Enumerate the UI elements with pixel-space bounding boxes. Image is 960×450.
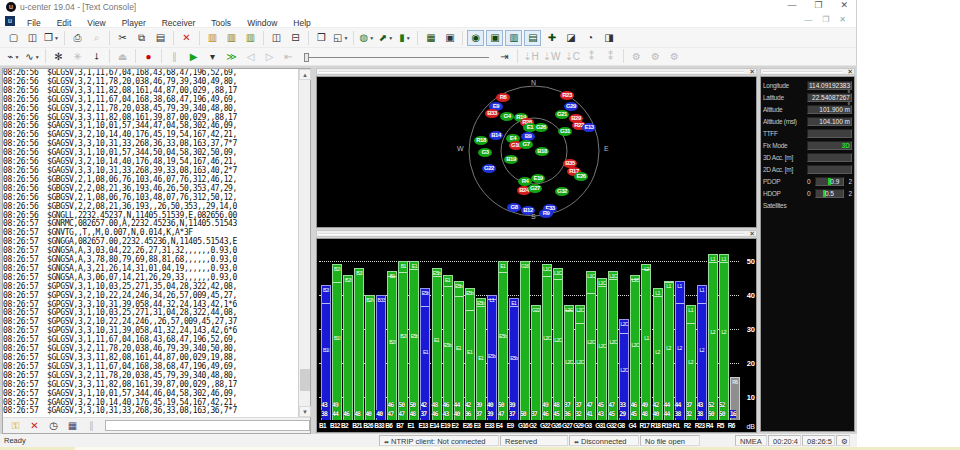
save-button[interactable]: ◫ bbox=[24, 30, 41, 46]
print-button[interactable]: ⎙ bbox=[69, 30, 86, 46]
sat-id-label: B12 bbox=[330, 422, 340, 429]
hotkey-button[interactable]: ✳ bbox=[69, 49, 86, 65]
dropdown-arrow-icon[interactable]: ▼ bbox=[35, 54, 40, 60]
timestamp-button[interactable]: ◷ bbox=[45, 418, 62, 434]
cut-button[interactable]: ✂ bbox=[114, 30, 131, 46]
child-restore-button[interactable]: ❐ bbox=[822, 15, 829, 24]
map-view-button[interactable]: ◍▼ bbox=[358, 30, 375, 46]
baudrate-select[interactable]: ∿▼ bbox=[24, 49, 41, 65]
slider-handle[interactable] bbox=[304, 53, 309, 62]
chart-view-button[interactable]: ⬈▼ bbox=[377, 30, 394, 46]
sky-view-button[interactable]: ◉ bbox=[467, 30, 484, 46]
connection-select[interactable]: ⌁▼ bbox=[5, 49, 22, 65]
record-database-button[interactable]: ▥ bbox=[204, 30, 221, 46]
dropdown-arrow-icon[interactable]: ▼ bbox=[343, 35, 348, 41]
signal-chart-grab-bar[interactable]: ✕ bbox=[316, 230, 757, 237]
epoch-hour-button[interactable]: ⇣H bbox=[522, 49, 540, 65]
data-panel-close-icon[interactable]: ✕ bbox=[847, 68, 853, 76]
dropdown-arrow-icon[interactable]: ▼ bbox=[369, 35, 374, 41]
step-back-icon: ◁ bbox=[247, 51, 255, 62]
step-forward-button[interactable]: ▷ bbox=[261, 49, 278, 65]
sky-view-grab-bar[interactable]: ✕ bbox=[316, 68, 757, 75]
record-button[interactable]: ● bbox=[140, 49, 157, 65]
packet-console-button[interactable]: ▤ bbox=[524, 30, 541, 46]
scroll-down-icon[interactable]: ▼ bbox=[299, 406, 311, 417]
menu-help[interactable]: Help bbox=[285, 18, 318, 28]
play-button[interactable]: ▶ bbox=[185, 49, 202, 65]
menu-tools[interactable]: Tools bbox=[203, 18, 239, 28]
copy-button[interactable]: ⧉ bbox=[133, 30, 150, 46]
autoscroll-lock-button[interactable]: ⚿ bbox=[7, 418, 24, 434]
jump-end-button[interactable]: ⇥ bbox=[496, 49, 513, 65]
new-file-button[interactable]: ▢ bbox=[5, 30, 22, 46]
sky-view-close-icon[interactable]: ✕ bbox=[749, 68, 755, 76]
close-button[interactable]: ✕ bbox=[840, 0, 848, 10]
signal-chart-button[interactable]: ▥ bbox=[505, 30, 522, 46]
epoch-count-button[interactable]: ⇣C bbox=[563, 49, 581, 65]
clock-view-button[interactable]: ◔ bbox=[581, 30, 598, 46]
eject-button[interactable]: ⏏ bbox=[114, 49, 131, 65]
menu-receiver[interactable]: Receiver bbox=[154, 18, 204, 28]
sat-id-label: G32 bbox=[606, 422, 616, 429]
step-back-button[interactable]: ◁ bbox=[242, 49, 259, 65]
tile-windows-button[interactable]: ◱▼ bbox=[332, 30, 349, 46]
open-button[interactable]: ❐▼ bbox=[43, 30, 60, 46]
gear-two-button[interactable]: ⚙ bbox=[647, 49, 664, 65]
clear-console-button[interactable]: ✕ bbox=[26, 418, 43, 434]
table-view-button[interactable]: ▦ bbox=[422, 30, 439, 46]
clear-all-button[interactable]: ✕ bbox=[178, 30, 195, 46]
child-close-button[interactable]: ✕ bbox=[839, 15, 846, 24]
console-scrollbar[interactable]: ▲ ▼ bbox=[298, 69, 310, 417]
gear-three-button[interactable]: ⚙ bbox=[666, 49, 683, 65]
signal-chart-close-icon[interactable]: ✕ bbox=[749, 230, 755, 238]
dop-min: 0 bbox=[807, 178, 815, 185]
autobauding-button[interactable]: ✻ bbox=[50, 49, 67, 65]
minimize-button[interactable]: — bbox=[787, 0, 796, 10]
menu-window[interactable]: Window bbox=[239, 18, 285, 28]
child-minimize-button[interactable]: — bbox=[804, 15, 812, 24]
histogram-view-button[interactable]: ▮▼ bbox=[396, 30, 413, 46]
import-database-button[interactable]: ▥ bbox=[223, 30, 240, 46]
split-vertical-button[interactable]: ⊟ bbox=[287, 30, 304, 46]
scroll-up-icon[interactable]: ▲ bbox=[299, 69, 311, 80]
dropdown-arrow-icon[interactable]: ▼ bbox=[15, 54, 20, 60]
menu-file[interactable]: File bbox=[19, 18, 49, 28]
docking-view-button[interactable]: ◨ bbox=[600, 30, 617, 46]
scroll-thumb[interactable] bbox=[300, 369, 310, 391]
split-horizontal-button[interactable]: ◫ bbox=[268, 30, 285, 46]
pause-button[interactable]: ∥ bbox=[166, 49, 183, 65]
epoch-week-button[interactable]: ⇣W bbox=[542, 49, 562, 65]
sync-rx-button[interactable]: ⁑ bbox=[583, 49, 600, 65]
print-preview-button[interactable]: ⌕ bbox=[88, 30, 105, 46]
menu-view[interactable]: View bbox=[79, 18, 113, 28]
playback-slider[interactable] bbox=[304, 52, 489, 62]
toolbar-separator bbox=[173, 31, 174, 45]
pause-console-button[interactable]: ∥ bbox=[83, 418, 100, 434]
nmea-message-list[interactable]: 08:26:56$GLGSV,3,1,11,67,04,168,43,68,47… bbox=[3, 69, 298, 417]
messages-view-button[interactable]: ✚ bbox=[543, 30, 560, 46]
cno-value: 50 bbox=[409, 401, 415, 409]
binary-console-button[interactable]: ◪ bbox=[562, 30, 579, 46]
export-database-button[interactable]: ▥ bbox=[242, 30, 259, 46]
firmware-download-button[interactable]: ⭣ bbox=[88, 49, 105, 65]
dropdown-arrow-icon[interactable]: ▼ bbox=[406, 35, 411, 41]
menu-edit[interactable]: Edit bbox=[49, 18, 80, 28]
fast-forward-button[interactable]: ≫ bbox=[223, 49, 240, 65]
filter-button[interactable]: ▦ bbox=[64, 418, 81, 434]
play-speed-dropdown[interactable]: ▾ bbox=[204, 49, 221, 65]
dropdown-arrow-icon[interactable]: ▼ bbox=[388, 35, 393, 41]
cascade-windows-button[interactable]: ❒ bbox=[313, 30, 330, 46]
menu-player[interactable]: Player bbox=[114, 18, 154, 28]
mdi-client-area: 08:26:56$GLGSV,3,1,11,67,04,168,43,68,47… bbox=[0, 66, 857, 434]
camera-view-button[interactable]: ▣ bbox=[441, 30, 458, 46]
console-command-input[interactable] bbox=[105, 420, 310, 431]
status-gear-icon[interactable]: ⚙ bbox=[836, 435, 850, 446]
dropdown-arrow-icon[interactable]: ▼ bbox=[54, 35, 59, 41]
paste-button[interactable]: ▤ bbox=[152, 30, 169, 46]
sync-tx-button[interactable]: ⁑ bbox=[602, 49, 619, 65]
deviation-map-button[interactable]: ▣ bbox=[486, 30, 503, 46]
gear-one-button[interactable]: ⚙ bbox=[628, 49, 645, 65]
jump-start-button[interactable]: ⇤ bbox=[280, 49, 297, 65]
data-panel-grab-bar[interactable]: ✕ bbox=[760, 68, 855, 75]
maximize-button[interactable]: ❐ bbox=[814, 0, 822, 10]
